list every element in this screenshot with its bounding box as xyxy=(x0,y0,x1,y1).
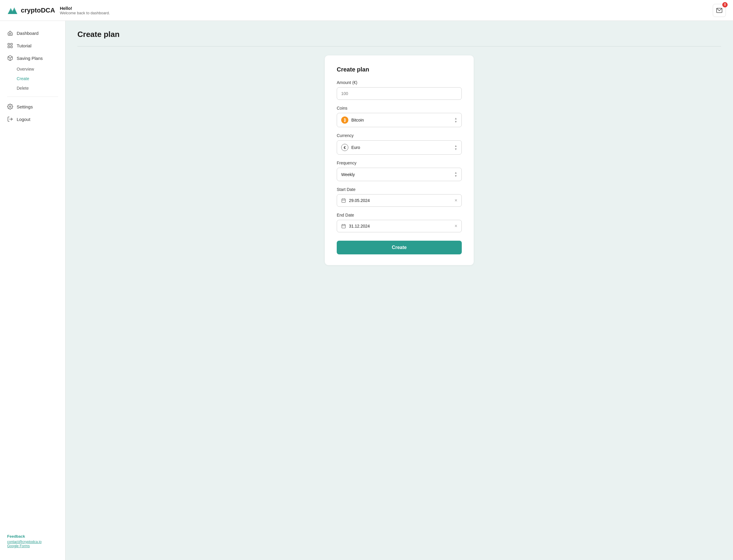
sidebar-label-saving-plans: Saving Plans xyxy=(17,56,43,61)
currency-value: Euro xyxy=(351,145,360,150)
coins-arrows: ▲ ▼ xyxy=(454,117,457,123)
logout-icon xyxy=(7,116,13,122)
frequency-label: Frequency xyxy=(337,161,462,165)
frequency-value: Weekly xyxy=(341,172,355,177)
bitcoin-icon: ₿ xyxy=(341,116,348,124)
currency-field-group: Currency € Euro ▲ ▼ xyxy=(337,133,462,155)
sidebar-item-delete[interactable]: Delete xyxy=(17,83,65,93)
end-date-field-group: End Date 31.12.2024 × xyxy=(337,213,462,232)
frequency-select[interactable]: Weekly ▲ ▼ xyxy=(337,168,462,181)
end-date-clear[interactable]: × xyxy=(455,223,457,229)
page-title: Create plan xyxy=(77,30,721,39)
sidebar-label-dashboard: Dashboard xyxy=(17,31,38,36)
main-content: Create plan Create plan Amount (€) Coins… xyxy=(66,21,733,560)
svg-rect-5 xyxy=(8,46,10,48)
svg-rect-6 xyxy=(11,46,13,48)
svg-point-8 xyxy=(10,106,11,108)
feedback-email[interactable]: contact@cryptodca.io xyxy=(7,540,58,544)
currency-label: Currency xyxy=(337,133,462,138)
sidebar-label-logout: Logout xyxy=(17,117,30,122)
grid-icon xyxy=(7,43,13,49)
sidebar: Dashboard Tutorial Saving Plans Overview… xyxy=(0,21,66,560)
amount-field-group: Amount (€) xyxy=(337,80,462,100)
home-icon xyxy=(7,30,13,36)
sidebar-item-logout[interactable]: Logout xyxy=(0,113,65,125)
sidebar-item-overview[interactable]: Overview xyxy=(17,64,65,74)
end-date-value: 31.12.2024 xyxy=(349,224,370,228)
amount-label: Amount (€) xyxy=(337,80,462,85)
frequency-field-group: Frequency Weekly ▲ ▼ xyxy=(337,161,462,181)
svg-rect-14 xyxy=(342,225,346,228)
sidebar-item-saving-plans[interactable]: Saving Plans xyxy=(0,52,65,64)
svg-rect-4 xyxy=(11,43,13,45)
sidebar-item-settings[interactable]: Settings xyxy=(0,100,65,113)
svg-rect-3 xyxy=(8,43,10,45)
logo: cryptoDCA xyxy=(7,5,55,16)
box-icon xyxy=(7,55,13,61)
start-date-field-group: Start Date 29.05.2024 × xyxy=(337,187,462,207)
sidebar-item-create[interactable]: Create xyxy=(17,74,65,83)
sidebar-subnav: Overview Create Delete xyxy=(0,64,65,93)
svg-rect-10 xyxy=(342,199,346,203)
settings-icon xyxy=(7,104,13,110)
end-date-field[interactable]: 31.12.2024 × xyxy=(337,220,462,232)
mail-badge: 0 xyxy=(722,2,728,7)
start-date-label: Start Date xyxy=(337,187,462,192)
header: cryptoDCA Hello! Welcome back to dashboa… xyxy=(0,0,733,21)
layout: Dashboard Tutorial Saving Plans Overview… xyxy=(0,21,733,560)
create-button[interactable]: Create xyxy=(337,241,462,254)
logo-icon xyxy=(7,5,18,16)
sidebar-label-settings: Settings xyxy=(17,104,33,109)
feedback-label: Feedback xyxy=(7,534,58,539)
currency-arrows: ▲ ▼ xyxy=(454,144,457,151)
sidebar-footer: Feedback contact@cryptodca.io Google For… xyxy=(0,528,65,554)
logo-text: cryptoDCA xyxy=(21,7,55,14)
coins-label: Coins xyxy=(337,106,462,111)
header-right: 0 xyxy=(713,4,726,17)
sidebar-item-dashboard[interactable]: Dashboard xyxy=(0,27,65,39)
header-greeting: Hello! Welcome back to dashboard. xyxy=(60,6,110,15)
currency-select-wrapper: € Euro ▲ ▼ xyxy=(337,140,462,155)
coins-select[interactable]: ₿ Bitcoin ▲ ▼ xyxy=(337,113,462,127)
frequency-arrows: ▲ ▼ xyxy=(454,171,457,178)
coins-select-wrapper: ₿ Bitcoin ▲ ▼ xyxy=(337,113,462,127)
end-date-label: End Date xyxy=(337,213,462,217)
header-left: cryptoDCA Hello! Welcome back to dashboa… xyxy=(7,5,110,16)
calendar-icon-end xyxy=(341,224,346,228)
mail-icon xyxy=(716,7,723,14)
greeting-hello: Hello! xyxy=(60,6,110,11)
start-date-clear[interactable]: × xyxy=(455,198,457,203)
coins-value: Bitcoin xyxy=(351,118,364,122)
sidebar-item-tutorial[interactable]: Tutorial xyxy=(0,39,65,52)
euro-icon: € xyxy=(341,144,348,151)
sidebar-label-tutorial: Tutorial xyxy=(17,43,31,48)
frequency-select-wrapper: Weekly ▲ ▼ xyxy=(337,168,462,181)
currency-select[interactable]: € Euro ▲ ▼ xyxy=(337,140,462,155)
greeting-welcome: Welcome back to dashboard. xyxy=(60,11,110,15)
feedback-google-forms[interactable]: Google Forms xyxy=(7,544,58,548)
create-plan-card: Create plan Amount (€) Coins ₿ Bitcoin ▲… xyxy=(325,55,474,265)
coins-field-group: Coins ₿ Bitcoin ▲ ▼ xyxy=(337,106,462,127)
calendar-icon-start xyxy=(341,198,346,203)
start-date-value: 29.05.2024 xyxy=(349,198,370,203)
amount-input[interactable] xyxy=(337,87,462,100)
card-title: Create plan xyxy=(337,66,462,73)
start-date-field[interactable]: 29.05.2024 × xyxy=(337,194,462,207)
